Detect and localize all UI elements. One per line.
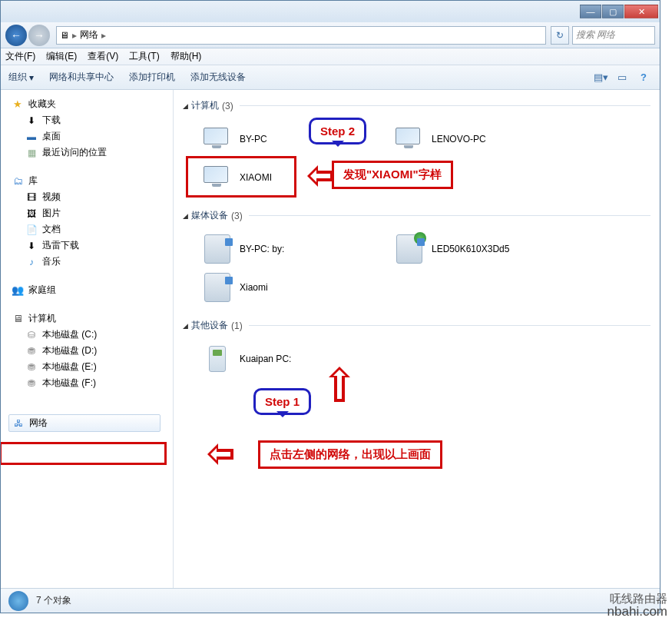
preview-pane-button[interactable]: ▭ bbox=[614, 70, 631, 85]
sidebar-item-videos[interactable]: 🎞视频 bbox=[12, 189, 173, 205]
drive-icon: ⛃ bbox=[25, 377, 38, 390]
annotation-highlight-sidebar-network bbox=[1, 442, 167, 465]
media-device-icon bbox=[201, 233, 233, 265]
other-device-kuaipan[interactable]: Kuaipan PC: bbox=[198, 340, 390, 378]
media-device-xiaomi[interactable]: Xiaomi bbox=[198, 268, 390, 307]
sidebar-item-documents[interactable]: 📄文档 bbox=[12, 221, 173, 237]
annotation-click-network: 点击左侧的网络，出现以上画面 bbox=[258, 440, 442, 469]
menu-edit[interactable]: 编辑(E) bbox=[46, 50, 77, 63]
xunlei-icon: ⬇ bbox=[25, 240, 38, 252]
view-icon: ▤ bbox=[594, 71, 603, 83]
network-computer-lenovo[interactable]: LENOVO-PC bbox=[390, 120, 582, 158]
annotation-step1-callout: Step 1 bbox=[253, 388, 311, 415]
sidebar-item-music[interactable]: ♪音乐 bbox=[12, 254, 173, 270]
sidebar-item-xunlei[interactable]: ⬇迅雷下载 bbox=[12, 237, 173, 254]
organize-button[interactable]: 组织 ▾ bbox=[8, 71, 34, 84]
computer-icon bbox=[393, 123, 425, 155]
device-icon bbox=[201, 343, 233, 375]
picture-icon: 🖼 bbox=[25, 208, 38, 220]
menu-help[interactable]: 帮助(H) bbox=[170, 50, 202, 63]
group-header-media[interactable]: ◢ 媒体设备 (3) bbox=[183, 206, 650, 225]
media-device-led[interactable]: LED50K610X3Dd5 bbox=[390, 230, 582, 268]
address-bar[interactable]: 🖥 ▸ 网络 ▸ bbox=[56, 26, 546, 45]
group-header-computers[interactable]: ◢ 计算机 (3) bbox=[183, 96, 650, 115]
sidebar-item-drive-e[interactable]: ⛃本地磁盘 (E:) bbox=[12, 359, 173, 375]
collapse-icon: ◢ bbox=[183, 102, 188, 110]
sidebar-item-drive-f[interactable]: ⛃本地磁盘 (F:) bbox=[12, 375, 173, 391]
breadcrumb-sep-2: ▸ bbox=[101, 30, 106, 41]
sidebar-item-drive-d[interactable]: ⛃本地磁盘 (D:) bbox=[12, 343, 173, 359]
forward-button[interactable]: → bbox=[28, 25, 50, 46]
media-device-bypc[interactable]: BY-PC: by: bbox=[198, 230, 390, 268]
sidebar-library[interactable]: 🗂库 bbox=[12, 173, 173, 189]
homegroup-icon: 👥 bbox=[12, 284, 24, 297]
sidebar-favorites[interactable]: ★收藏夹 bbox=[12, 96, 173, 112]
status-text: 7 个对象 bbox=[36, 594, 71, 607]
sidebar-homegroup[interactable]: 👥家庭组 bbox=[12, 282, 173, 298]
menu-tools[interactable]: 工具(T) bbox=[129, 50, 159, 63]
drive-icon: ⛃ bbox=[25, 361, 38, 374]
sidebar-item-drive-c[interactable]: ⛁本地磁盘 (C:) bbox=[12, 327, 173, 343]
collapse-icon: ◢ bbox=[183, 322, 188, 330]
watermark-en: nbahi.com bbox=[607, 605, 667, 618]
breadcrumb-sep: ▸ bbox=[72, 30, 77, 41]
status-bar: 7 个对象 bbox=[1, 588, 660, 613]
add-printer-button[interactable]: 添加打印机 bbox=[129, 71, 175, 84]
divider bbox=[249, 325, 650, 326]
desktop-icon: ▬ bbox=[25, 131, 38, 143]
library-icon: 🗂 bbox=[12, 175, 24, 188]
content-pane: ◢ 计算机 (3) BY-PC LENOVO-PC XIAOMI bbox=[174, 90, 660, 589]
minimize-button[interactable]: — bbox=[580, 5, 601, 18]
sidebar-item-downloads[interactable]: ⬇下载 bbox=[12, 112, 173, 128]
watermark-cn: 呒线路由器 bbox=[607, 593, 667, 605]
sidebar-item-pictures[interactable]: 🖼图片 bbox=[12, 205, 173, 221]
refresh-button[interactable]: ↻ bbox=[551, 26, 569, 45]
computer-icon bbox=[201, 123, 233, 155]
network-share-center-button[interactable]: 网络和共享中心 bbox=[49, 71, 114, 84]
star-icon: ★ bbox=[12, 98, 24, 111]
search-input[interactable]: 搜索 网络 bbox=[572, 26, 655, 45]
chevron-down-icon: ▾ bbox=[603, 71, 608, 83]
help-button[interactable]: ? bbox=[635, 70, 652, 85]
collapse-icon: ◢ bbox=[183, 212, 188, 220]
media-device-icon bbox=[201, 271, 233, 304]
annotation-highlight-xiaomi bbox=[186, 156, 296, 198]
video-icon: 🎞 bbox=[25, 191, 38, 204]
sidebar-item-desktop[interactable]: ▬桌面 bbox=[12, 128, 173, 144]
drive-icon: ⛃ bbox=[25, 345, 38, 357]
divider bbox=[249, 215, 650, 216]
body-split: ★收藏夹 ⬇下载 ▬桌面 ▦最近访问的位置 🗂库 🎞视频 🖼图片 📄文档 ⬇迅雷… bbox=[1, 90, 660, 589]
close-button[interactable]: ✕ bbox=[624, 5, 658, 18]
menu-view[interactable]: 查看(V) bbox=[88, 50, 118, 63]
recent-icon: ▦ bbox=[25, 147, 38, 159]
add-wireless-button[interactable]: 添加无线设备 bbox=[190, 71, 246, 84]
nav-bar: ← → 🖥 ▸ 网络 ▸ ↻ 搜索 网络 bbox=[1, 22, 660, 48]
drive-icon: ⛁ bbox=[25, 329, 38, 341]
command-bar: 组织 ▾ 网络和共享中心 添加打印机 添加无线设备 ▤▾ ▭ ? bbox=[1, 65, 660, 90]
breadcrumb-root-icon[interactable]: 🖥 bbox=[60, 30, 69, 41]
menu-file[interactable]: 文件(F) bbox=[5, 50, 35, 63]
download-icon: ⬇ bbox=[25, 115, 38, 127]
network-globe-icon bbox=[8, 591, 28, 611]
chevron-down-icon: ▾ bbox=[29, 72, 34, 83]
sidebar-computer[interactable]: 🖥计算机 bbox=[12, 310, 173, 327]
menu-bar: 文件(F) 编辑(E) 查看(V) 工具(T) 帮助(H) bbox=[1, 48, 660, 65]
back-button[interactable]: ← bbox=[5, 25, 27, 46]
sidebar-item-recent[interactable]: ▦最近访问的位置 bbox=[12, 144, 173, 161]
title-bar: — ▢ ✕ bbox=[1, 1, 660, 22]
music-icon: ♪ bbox=[25, 256, 38, 268]
network-icon: 🖧 bbox=[12, 417, 25, 430]
maximize-button[interactable]: ▢ bbox=[602, 5, 624, 18]
explorer-window: — ▢ ✕ ← → 🖥 ▸ 网络 ▸ ↻ 搜索 网络 文件(F) 编辑(E) 查… bbox=[0, 0, 660, 613]
breadcrumb-network[interactable]: 网络 bbox=[80, 28, 98, 42]
sidebar-item-network[interactable]: 🖧网络 bbox=[8, 414, 161, 432]
watermark: 呒线路由器 nbahi.com bbox=[607, 593, 667, 618]
document-icon: 📄 bbox=[25, 224, 38, 236]
view-options-button[interactable]: ▤▾ bbox=[592, 70, 609, 85]
divider bbox=[240, 105, 650, 106]
annotation-step2-callout: Step 2 bbox=[309, 118, 366, 144]
computer-icon: 🖥 bbox=[12, 313, 24, 325]
media-device-icon bbox=[393, 233, 425, 265]
group-header-other[interactable]: ◢ 其他设备 (1) bbox=[183, 316, 650, 335]
annotation-found-xiaomi: 发现"XIAOMI"字样 bbox=[332, 161, 453, 189]
